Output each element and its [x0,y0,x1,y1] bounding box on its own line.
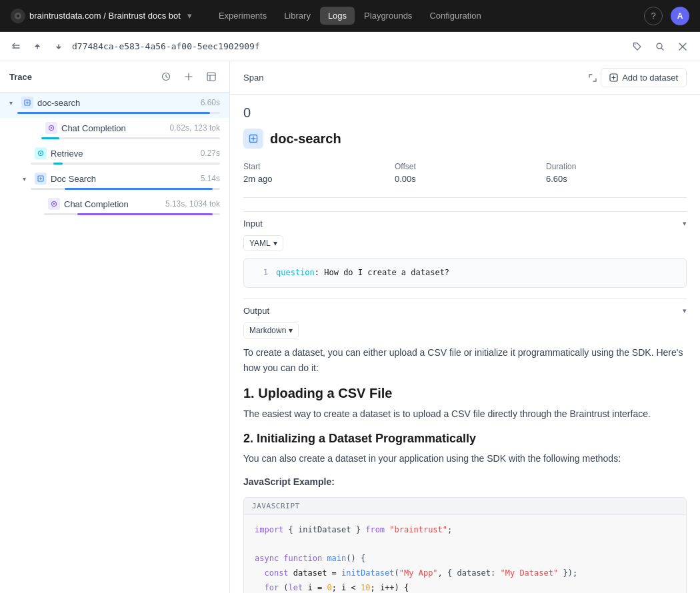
span-name-row: doc-search [243,129,687,149]
span-type-icon [243,129,263,149]
trace-type-icon-cyan [35,147,47,159]
code-colon: : How do I create a dataset? [315,268,449,277]
tag-icon[interactable] [628,37,647,56]
code-lang-label: JAVASCRIPT [244,498,686,515]
nav-chevron[interactable]: ▾ [187,11,192,21]
output-content: Markdown ▾ To create a dataset, you can … [243,322,687,593]
input-section-header[interactable]: Input ▾ [243,211,687,235]
user-avatar[interactable]: A [671,7,689,25]
trace-item-time: 6.60s [201,98,220,107]
trace-item-time: 5.14s [201,174,220,183]
brand-text: braintrustdata.com / Braintrust docs bot [29,11,181,21]
yaml-chevron-icon: ▾ [273,239,277,248]
trace-item-chat-completion-1[interactable]: ▾ Chat Completion 0.62s, 123 tok [11,118,229,143]
code-snippet-line: const dataset = initDataset("My App", { … [255,566,675,581]
line-number: 1 [255,267,268,279]
trace-item-name: Retrieve [51,149,197,159]
code-snippet-line: async function main() { [255,552,675,566]
code-key: question [276,268,315,277]
left-panel: Trace [0,61,230,593]
up-arrow-icon[interactable] [29,39,45,55]
output-h2: 2. Initializing a Dataset Programmatical… [243,432,687,446]
svg-point-10 [40,153,41,154]
yaml-dropdown[interactable]: YAML ▾ [243,235,283,251]
trace-title: Trace [9,72,152,82]
input-code-block: 1 question: How do I create a dataset? [243,258,687,288]
breadcrumb-bar: d77484ca-e583-4a56-af00-5eec1902909f [0,32,700,61]
chevron-down-icon[interactable]: ▾ [9,99,17,107]
meta-start-value: 2m ago [243,174,384,184]
meta-duration-label: Duration [546,162,687,171]
breadcrumb-path: d77484ca-e583-4a56-af00-5eec1902909f [72,41,623,51]
meta-offset: Offset 0.00s [395,162,535,184]
trace-item-name: Doc Search [51,174,197,184]
down-arrow-icon[interactable] [51,39,67,55]
trace-item-doc-search-inner[interactable]: ▾ Doc Search 5.14s [0,169,229,194]
split-icon[interactable] [180,68,197,85]
span-name: doc-search [270,131,341,147]
meta-offset-label: Offset [395,162,535,171]
svg-point-8 [51,127,52,129]
search-icon[interactable] [651,37,669,56]
trace-item-time: 0.27s [201,149,220,158]
trace-item-name: doc-search [37,98,197,108]
code-line: 1 question: How do I create a dataset? [255,267,675,279]
trace-item-name: Chat Completion [64,199,161,209]
svg-point-13 [53,203,55,205]
trace-header: Trace [0,61,229,93]
input-chevron-icon: ▾ [683,219,687,228]
output-markdown: To create a dataset, you can either uplo… [243,345,687,593]
add-to-dataset-button[interactable]: Add to dataset [601,68,687,87]
span-header-title: Span [243,73,585,83]
trace-type-icon [21,97,33,109]
nav-right: ? A [644,7,689,25]
trace-item-chat-completion-2[interactable]: ▾ Chat Completion 5.13s, 1034 tok [0,194,229,219]
output-intro: To create a dataset, you can either uplo… [243,345,687,375]
add-dataset-label: Add to dataset [622,73,678,83]
main-layout: Trace [0,61,700,593]
trace-item-doc-search-root[interactable]: ▾ doc-search 6.60s [0,93,229,118]
layout-icon[interactable] [203,68,220,85]
svg-point-2 [635,44,636,45]
nav-item-logs[interactable]: Logs [320,7,355,25]
nav-item-library[interactable]: Library [276,7,319,25]
trace-item-retrieve[interactable]: ▾ Retrieve 0.27s [0,143,229,169]
nav-item-configuration[interactable]: Configuration [421,7,489,25]
output-chevron-icon: ▾ [683,306,687,315]
help-button[interactable]: ? [644,7,663,25]
span-meta: Start 2m ago Offset 0.00s Duration 6.60s [243,162,687,198]
output-label: Output [243,306,269,316]
trace-item-time: 5.13s, 1034 tok [165,199,220,209]
input-section: Input ▾ YAML ▾ 1 question: How do I crea… [243,211,687,288]
code-snippet-body: import { initDataset } from "braintrust"… [244,515,686,593]
expand-span-icon[interactable] [585,70,601,86]
output-h1: 1. Uploading a CSV File [243,386,687,401]
nav-item-playgrounds[interactable]: Playgrounds [356,7,420,25]
trace-type-icon-blue [35,173,47,185]
svg-point-1 [17,15,19,17]
trace-item-name: Chat Completion [61,123,166,133]
meta-duration: Duration 6.60s [546,162,687,184]
markdown-label: Markdown [249,326,286,335]
output-section-header[interactable]: Output ▾ [243,298,687,322]
meta-duration-value: 6.60s [546,174,687,184]
nav-brand[interactable]: braintrustdata.com / Braintrust docs bot… [11,9,192,23]
nav-item-experiments[interactable]: Experiments [211,7,275,25]
expand-icon[interactable] [8,39,24,55]
code-snippet: JAVASCRIPT import { initDataset } from "… [243,497,687,593]
code-snippet-line: for (let i = 0; i < 10; i++) { [255,581,675,593]
js-example-label: JavaScript Example: [243,476,335,487]
svg-point-3 [657,43,662,49]
clock-icon[interactable] [157,68,175,85]
close-icon[interactable] [673,37,692,56]
trace-list: ▾ doc-search 6.60s [0,93,229,593]
span-content: 0 doc-search Start 2m ago Offset 0.0 [230,95,700,593]
input-content: YAML ▾ 1 question: How do I create a dat… [243,235,687,288]
yaml-label: YAML [249,239,271,248]
trace-item-time: 0.62s, 123 tok [170,123,220,133]
markdown-dropdown[interactable]: Markdown ▾ [243,322,299,338]
right-panel: Span Add to dataset 0 [230,61,700,593]
chevron-down-icon[interactable]: ▾ [23,175,31,183]
breadcrumb-actions [628,37,692,56]
code-snippet-line: import { initDataset } from "braintrust"… [255,523,675,538]
